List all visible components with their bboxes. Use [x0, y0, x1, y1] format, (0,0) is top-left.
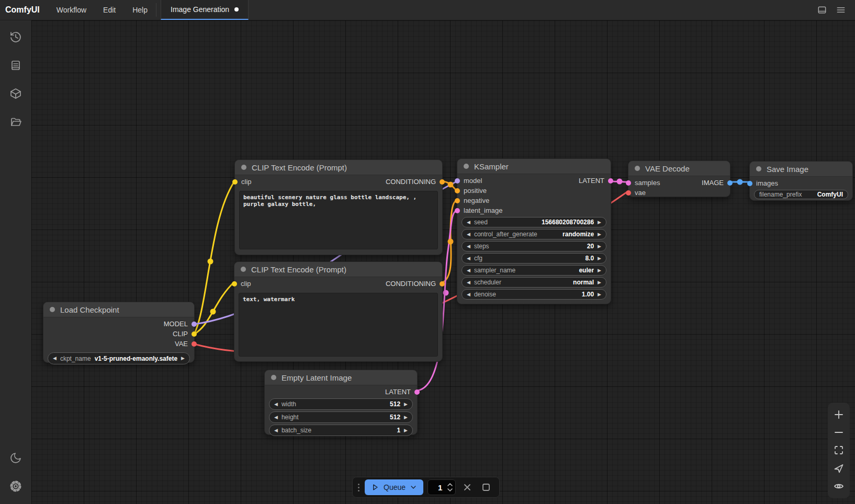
node-header[interactable]: Empty Latent Image	[265, 370, 417, 385]
menu-help[interactable]: Help	[124, 0, 156, 20]
sidebar-theme-toggle-button[interactable]	[4, 446, 27, 469]
collapse-dot-icon[interactable]	[635, 166, 640, 171]
stepper-down-icon[interactable]	[447, 488, 453, 492]
widget-sampler-name[interactable]: ◀ sampler_name euler ▶	[462, 265, 606, 276]
widget-arrow-left-icon[interactable]: ◀	[467, 280, 470, 285]
collapse-dot-icon[interactable]	[241, 267, 246, 272]
zoom-in-button[interactable]	[830, 407, 847, 422]
widget-arrow-left-icon[interactable]: ◀	[467, 292, 470, 297]
stop-button[interactable]	[479, 480, 493, 495]
sidebar-model-library-button[interactable]	[4, 82, 27, 105]
node-header[interactable]: KSampler	[457, 159, 611, 174]
widget-arrow-right-icon[interactable]: ▶	[598, 292, 601, 297]
widget-arrow-left-icon[interactable]: ◀	[467, 220, 470, 225]
queue-button[interactable]: Queue	[365, 479, 423, 495]
input-port-images[interactable]	[747, 181, 752, 186]
input-port-positive[interactable]	[455, 188, 460, 193]
collapse-dot-icon[interactable]	[271, 375, 276, 380]
input-port-clip[interactable]	[232, 281, 237, 287]
widget-cfg[interactable]: ◀ cfg 8.0 ▶	[462, 253, 606, 264]
node-header[interactable]: CLIP Text Encode (Prompt)	[234, 262, 442, 277]
widget-arrow-right-icon[interactable]: ▶	[598, 244, 601, 249]
widget-control-after-generate[interactable]: ◀ control_after_generate randomize ▶	[462, 229, 606, 239]
graph-canvas[interactable]	[31, 20, 855, 504]
collapse-dot-icon[interactable]	[241, 165, 246, 170]
widget-arrow-left-icon[interactable]: ◀	[274, 402, 278, 407]
widget-scheduler[interactable]: ◀ scheduler normal ▶	[462, 277, 606, 288]
node-clip-text-encode-negative[interactable]: CLIP Text Encode (Prompt) clip CONDITION…	[234, 261, 443, 362]
fit-view-button[interactable]	[830, 442, 847, 458]
widget-arrow-right-icon[interactable]: ▶	[598, 232, 601, 237]
input-port-latent-image[interactable]	[455, 208, 460, 213]
drag-handle[interactable]	[357, 484, 361, 491]
node-header[interactable]: VAE Decode	[628, 161, 730, 176]
widget-arrow-left-icon[interactable]: ◀	[467, 256, 470, 261]
node-clip-text-encode-positive[interactable]: CLIP Text Encode (Prompt) clip CONDITION…	[234, 159, 443, 255]
prompt-textarea[interactable]: text, watermark	[239, 293, 438, 357]
widget-arrow-right-icon[interactable]: ▶	[404, 402, 408, 407]
node-load-checkpoint[interactable]: Load Checkpoint MODEL CLIP VAE ◀ ckpt_na…	[43, 302, 195, 363]
output-port-vae[interactable]	[192, 341, 197, 347]
node-empty-latent-image[interactable]: Empty Latent Image LATENT ◀ width 512 ▶ …	[264, 370, 418, 435]
input-port-negative[interactable]	[455, 198, 460, 203]
widget-arrow-left-icon[interactable]: ◀	[274, 428, 278, 433]
unsaved-dot-icon[interactable]	[234, 7, 239, 12]
sidebar-history-button[interactable]	[4, 26, 27, 49]
collapse-dot-icon[interactable]	[50, 307, 55, 312]
toggle-link-visibility-button[interactable]	[830, 478, 847, 494]
widget-arrow-right-icon[interactable]: ▶	[598, 280, 601, 285]
output-port-conditioning[interactable]	[440, 179, 445, 185]
input-port-samples[interactable]	[626, 180, 631, 186]
widget-arrow-left-icon[interactable]: ◀	[467, 244, 470, 249]
widget-arrow-left-icon[interactable]: ◀	[467, 232, 470, 237]
widget-arrow-left-icon[interactable]: ◀	[274, 415, 278, 420]
widget-arrow-right-icon[interactable]: ▶	[404, 428, 408, 433]
node-ksampler[interactable]: KSampler model LATENT positive negative …	[457, 158, 611, 304]
sidebar-queue-button[interactable]	[4, 54, 27, 77]
collapse-dot-icon[interactable]	[464, 164, 469, 169]
widget-ckpt-name[interactable]: ◀ ckpt_name v1-5-pruned-emaonly.safete..…	[48, 352, 190, 364]
widget-arrow-left-icon[interactable]: ◀	[467, 268, 470, 273]
input-port-clip[interactable]	[232, 179, 238, 185]
input-port-model[interactable]	[455, 178, 460, 184]
output-port-clip[interactable]	[192, 331, 197, 337]
select-mode-button[interactable]	[830, 461, 847, 476]
batch-count-stepper[interactable]: 1	[428, 479, 456, 495]
bottom-panel-toggle-button[interactable]	[814, 2, 830, 18]
widget-arrow-right-icon[interactable]: ▶	[404, 415, 408, 420]
menu-edit[interactable]: Edit	[95, 0, 124, 20]
collapse-dot-icon[interactable]	[756, 166, 761, 171]
prompt-textarea[interactable]: beautiful scenery nature glass bottle la…	[239, 191, 438, 249]
main-menu-button[interactable]	[833, 2, 849, 18]
sidebar-workflows-button[interactable]	[4, 110, 27, 133]
sidebar-settings-button[interactable]	[4, 475, 27, 498]
widget-width[interactable]: ◀ width 512 ▶	[269, 398, 413, 410]
widget-filename-prefix[interactable]: filename_prefix ComfyUI	[754, 190, 848, 199]
node-header[interactable]: Save Image	[750, 162, 852, 177]
output-port-latent[interactable]	[414, 390, 420, 395]
node-header[interactable]: Load Checkpoint	[43, 302, 194, 317]
widget-height[interactable]: ◀ height 512 ▶	[269, 411, 413, 423]
output-port-conditioning[interactable]	[440, 281, 445, 287]
menu-workflow[interactable]: Workflow	[48, 0, 95, 20]
widget-arrow-right-icon[interactable]: ▶	[598, 256, 601, 261]
workflow-tab-image-generation[interactable]: Image Generation	[161, 0, 249, 20]
widget-denoise[interactable]: ◀ denoise 1.00 ▶	[462, 289, 606, 300]
widget-steps[interactable]: ◀ steps 20 ▶	[462, 241, 606, 251]
output-port-latent[interactable]	[608, 178, 613, 184]
zoom-out-button[interactable]	[830, 425, 847, 440]
input-port-vae[interactable]	[626, 190, 631, 196]
widget-arrow-left-icon[interactable]: ◀	[53, 356, 57, 361]
widget-seed[interactable]: ◀ seed 156680208700286 ▶	[462, 217, 606, 227]
widget-arrow-right-icon[interactable]: ▶	[598, 220, 601, 225]
clear-queue-button[interactable]	[460, 480, 475, 495]
widget-arrow-right-icon[interactable]: ▶	[181, 356, 185, 361]
chevron-down-icon[interactable]	[410, 484, 417, 491]
node-header[interactable]: CLIP Text Encode (Prompt)	[235, 160, 442, 175]
node-save-image[interactable]: Save Image images filename_prefix ComfyU…	[749, 161, 853, 201]
output-port-model[interactable]	[192, 322, 197, 327]
node-vae-decode[interactable]: VAE Decode samples IMAGE vae	[628, 161, 730, 197]
output-port-image[interactable]	[727, 180, 733, 186]
widget-arrow-right-icon[interactable]: ▶	[598, 268, 601, 273]
stepper-up-icon[interactable]	[447, 483, 453, 487]
